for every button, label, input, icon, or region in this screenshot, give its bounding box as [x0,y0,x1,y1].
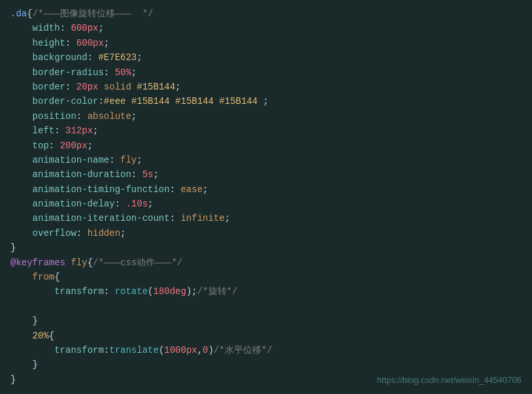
code-line-7: border-color:#eee #15B144 #15B144 #15B14… [10,94,522,108]
code-line-12: animation-duration: 5s; [10,167,522,182]
code-line-21 [10,299,522,314]
code-line-10: top: 200px; [10,139,522,153]
code-line-19: from{ [10,270,522,284]
code-line-15: animation-iteration-count: infinite; [10,211,522,225]
code-line-1: .da{/*———图像旋转位移——— */ [10,7,522,21]
code-line-9: left: 312px; [10,123,522,138]
code-line-20: transform: rotate(180deg);/*旋转*/ [10,284,522,299]
code-line-16: overflow: hidden; [10,226,522,240]
code-line-4: background: #E7E623; [10,50,522,65]
code-line-13: animation-timing-function: ease; [10,182,522,197]
code-line-2: width: 600px; [10,21,522,35]
code-line-18: @keyframes fly{/*———css动作———*/ [10,255,522,270]
code-line-24: transform:translate(1000px,0)/*水平位移*/ [10,343,522,357]
code-line-17: } [10,240,522,255]
code-line-14: animation-delay: .10s; [10,197,522,211]
code-line-6: border: 20px solid #15B144; [10,80,522,94]
watermark: https://blog.csdn.net/weixin_44540706 [377,374,522,387]
code-line-25: } [10,357,522,372]
code-line-23: 20%{ [10,329,522,343]
code-line-5: border-radius: 50%; [10,65,522,80]
code-line-8: position: absolute; [10,109,522,123]
code-editor: .da{/*———图像旋转位移——— */ width: 600px; heig… [0,0,532,394]
code-line-3: height: 600px; [10,36,522,50]
code-line-22: } [10,314,522,328]
code-line-11: animation-name: fly; [10,153,522,167]
